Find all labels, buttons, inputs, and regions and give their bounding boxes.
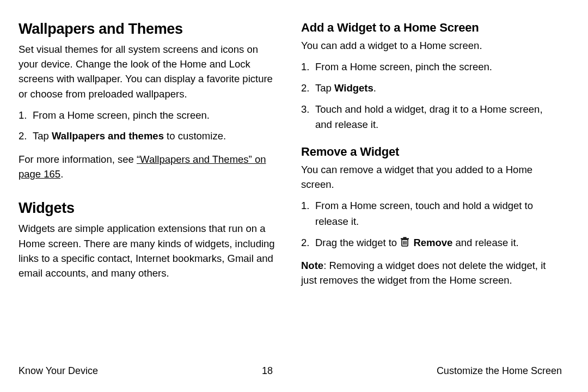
page-footer: Know Your Device 18 Customize the Home S…: [19, 360, 562, 377]
heading-add-widget: Add a Widget to a Home Screen: [301, 21, 562, 35]
step-remove-2: Drag the widget to Remove and release it…: [301, 235, 562, 251]
step-bold-label: Widgets: [334, 82, 373, 94]
step-add-1: From a Home screen, pinch the screen.: [301, 59, 562, 75]
footer-left: Know Your Device: [19, 365, 98, 377]
note-body: : Removing a widget does not delete the …: [301, 260, 546, 286]
svg-rect-2: [403, 237, 407, 238]
para-wallpapers-intro: Set visual themes for all system screens…: [19, 42, 279, 101]
right-column: Add a Widget to a Home Screen You can ad…: [301, 21, 562, 360]
para-remove-widget: You can remove a widget that you added t…: [301, 162, 562, 192]
para-add-widget: You can add a widget to a Home screen.: [301, 38, 562, 53]
steps-wallpapers: From a Home screen, pinch the screen. Ta…: [19, 108, 279, 144]
note-label: Note: [301, 260, 323, 271]
spacer: [301, 140, 562, 145]
steps-add-widget: From a Home screen, pinch the screen. Ta…: [301, 59, 562, 133]
step-text: to customize.: [164, 130, 226, 142]
step-wallpapers-1: From a Home screen, pinch the screen.: [19, 108, 279, 124]
heading-wallpapers-and-themes: Wallpapers and Themes: [19, 21, 279, 38]
step-bold-label: Remove: [413, 237, 452, 248]
xref-post: .: [60, 168, 63, 180]
cross-reference: For more information, see “Wallpapers an…: [19, 152, 279, 181]
spacer: [19, 188, 279, 200]
heading-remove-widget: Remove a Widget: [301, 145, 562, 159]
two-column-layout: Wallpapers and Themes Set visual themes …: [19, 21, 562, 360]
step-text: Tap: [315, 82, 334, 94]
trash-icon: [400, 237, 409, 247]
step-text: Drag the widget to: [315, 237, 400, 248]
note-remove-widget: Note: Removing a widget does not delete …: [301, 258, 562, 287]
step-add-3: Touch and hold a widget, drag it to a Ho…: [301, 102, 562, 133]
step-text: and release it.: [452, 237, 518, 248]
step-add-2: Tap Widgets.: [301, 81, 562, 96]
footer-right: Customize the Home Screen: [437, 365, 562, 377]
step-bold-label: Wallpapers and themes: [52, 130, 164, 142]
step-text: .: [373, 82, 376, 94]
manual-page: Wallpapers and Themes Set visual themes …: [0, 0, 588, 392]
page-number: 18: [262, 365, 273, 377]
para-widgets-intro: Widgets are simple application extension…: [19, 221, 279, 280]
left-column: Wallpapers and Themes Set visual themes …: [19, 21, 279, 360]
step-text: Tap: [33, 130, 52, 142]
steps-remove-widget: From a Home screen, touch and hold a wid…: [301, 198, 562, 250]
heading-widgets: Widgets: [19, 200, 279, 217]
xref-pre: For more information, see: [19, 154, 137, 165]
step-remove-1: From a Home screen, touch and hold a wid…: [301, 198, 562, 229]
svg-rect-1: [401, 238, 409, 239]
step-wallpapers-2: Tap Wallpapers and themes to customize.: [19, 128, 279, 144]
